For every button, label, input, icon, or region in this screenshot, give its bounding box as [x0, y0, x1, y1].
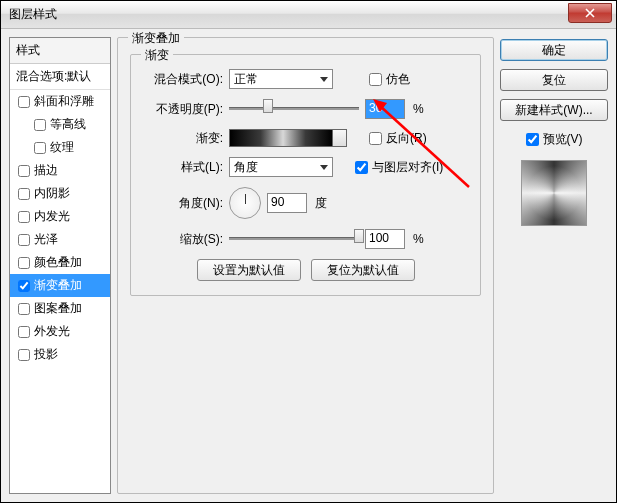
style-item-label: 光泽	[34, 231, 58, 248]
style-item-label: 斜面和浮雕	[34, 93, 94, 110]
angle-dial[interactable]	[229, 187, 261, 219]
style-item-label: 图案叠加	[34, 300, 82, 317]
slider-thumb[interactable]	[263, 99, 273, 113]
scale-input[interactable]: 100	[365, 229, 405, 249]
blend-mode-select[interactable]: 正常	[229, 69, 333, 89]
style-item[interactable]: 斜面和浮雕	[10, 90, 110, 113]
outer-legend: 渐变叠加	[128, 30, 184, 47]
angle-input[interactable]: 90	[267, 193, 307, 213]
action-panel: 确定 复位 新建样式(W)... 预览(V)	[500, 37, 608, 494]
chevron-down-icon	[320, 165, 328, 170]
reverse-checkbox[interactable]: 反向(R)	[369, 130, 427, 147]
opacity-label: 不透明度(P):	[143, 101, 223, 118]
opacity-input[interactable]: 30	[365, 99, 405, 119]
style-label: 样式(L):	[143, 159, 223, 176]
preview-swatch	[521, 160, 587, 226]
scale-label: 缩放(S):	[143, 231, 223, 248]
style-item-label: 投影	[34, 346, 58, 363]
style-item-label: 纹理	[50, 139, 74, 156]
style-item-label: 外发光	[34, 323, 70, 340]
preview-checkbox[interactable]: 预览(V)	[500, 131, 608, 148]
ok-button[interactable]: 确定	[500, 39, 608, 61]
inner-legend: 渐变	[141, 47, 173, 64]
style-item-label: 内发光	[34, 208, 70, 225]
style-item-label: 渐变叠加	[34, 277, 82, 294]
gradient-label: 渐变:	[143, 130, 223, 147]
dither-checkbox[interactable]: 仿色	[369, 71, 410, 88]
cancel-button[interactable]: 复位	[500, 69, 608, 91]
settings-panel: 渐变叠加 渐变 混合模式(O): 正常 仿色 不透明度(P):	[117, 37, 494, 494]
style-item-label: 颜色叠加	[34, 254, 82, 271]
style-item[interactable]: 光泽	[10, 228, 110, 251]
style-item[interactable]: 颜色叠加	[10, 251, 110, 274]
style-item[interactable]: 纹理	[10, 136, 110, 159]
style-item[interactable]: 图案叠加	[10, 297, 110, 320]
style-item[interactable]: 内阴影	[10, 182, 110, 205]
reset-default-button[interactable]: 复位为默认值	[311, 259, 415, 281]
style-select[interactable]: 角度	[229, 157, 333, 177]
scale-slider[interactable]	[229, 231, 359, 247]
style-item[interactable]: 内发光	[10, 205, 110, 228]
slider-thumb[interactable]	[354, 229, 364, 243]
blending-options-default[interactable]: 混合选项:默认	[10, 64, 110, 90]
style-item-label: 描边	[34, 162, 58, 179]
layer-style-dialog: 图层样式 样式 混合选项:默认 斜面和浮雕等高线纹理描边内阴影内发光光泽颜色叠加…	[0, 0, 617, 503]
chevron-down-icon	[320, 77, 328, 82]
blend-mode-label: 混合模式(O):	[143, 71, 223, 88]
style-item[interactable]: 等高线	[10, 113, 110, 136]
style-item[interactable]: 外发光	[10, 320, 110, 343]
gradient-dropdown[interactable]	[333, 129, 347, 147]
dialog-title: 图层样式	[9, 6, 57, 23]
close-icon	[585, 8, 595, 18]
opacity-slider[interactable]	[229, 101, 359, 117]
titlebar: 图层样式	[1, 1, 616, 29]
style-item[interactable]: 描边	[10, 159, 110, 182]
gradient-swatch[interactable]	[229, 129, 333, 147]
close-button[interactable]	[568, 3, 612, 23]
style-item[interactable]: 投影	[10, 343, 110, 366]
make-default-button[interactable]: 设置为默认值	[197, 259, 301, 281]
style-item-label: 内阴影	[34, 185, 70, 202]
align-checkbox[interactable]: 与图层对齐(I)	[355, 159, 443, 176]
new-style-button[interactable]: 新建样式(W)...	[500, 99, 608, 121]
styles-header[interactable]: 样式	[10, 38, 110, 64]
angle-label: 角度(N):	[143, 195, 223, 212]
styles-list: 样式 混合选项:默认 斜面和浮雕等高线纹理描边内阴影内发光光泽颜色叠加渐变叠加图…	[9, 37, 111, 494]
style-item-label: 等高线	[50, 116, 86, 133]
style-item[interactable]: 渐变叠加	[10, 274, 110, 297]
